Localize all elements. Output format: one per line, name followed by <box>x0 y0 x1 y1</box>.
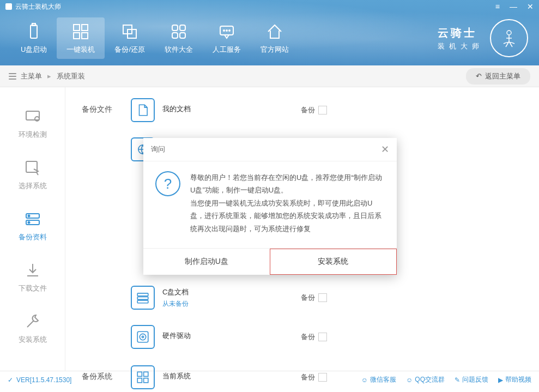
windows-icon <box>71 22 90 41</box>
breadcrumb-current: 系统重装 <box>57 71 85 81</box>
nav-usb-boot[interactable]: U盘启动 <box>11 17 57 59</box>
svg-rect-33 <box>137 378 142 383</box>
dialog-text-2: 当您使用一键装机无法成功安装系统时，即可使用此启动U盘，进行系统重装，能够增加您… <box>190 197 385 235</box>
nav-label: 软件大全 <box>165 45 193 55</box>
back-main-button[interactable]: ↶ 返回主菜单 <box>466 68 530 85</box>
svg-rect-2 <box>74 25 80 31</box>
checkbox[interactable] <box>318 106 327 114</box>
windows-icon <box>131 365 155 389</box>
svg-rect-0 <box>31 25 37 38</box>
disk-icon <box>131 325 155 349</box>
sidebar-item-backup-data[interactable]: 备份资料 <box>0 201 65 252</box>
list-icon <box>9 73 16 80</box>
section-files-label: 备份文件 <box>82 98 131 114</box>
wrench-icon <box>24 313 41 330</box>
drive-icon <box>131 286 155 310</box>
svg-point-22 <box>28 215 29 217</box>
nav-label: 官方网站 <box>261 45 289 55</box>
svg-point-29 <box>140 334 146 340</box>
breadcrumb: 主菜单 ▸ 系统重装 ↶ 返回主菜单 <box>0 65 539 87</box>
brand-sub: 装机大师 <box>438 41 483 51</box>
svg-rect-28 <box>137 331 148 342</box>
svg-rect-26 <box>137 297 148 299</box>
version[interactable]: ✓ VER[11.5.47.1530] <box>8 376 71 384</box>
svg-point-23 <box>28 222 29 224</box>
svg-rect-10 <box>172 33 178 38</box>
svg-point-14 <box>226 30 227 31</box>
nav-label: U盘启动 <box>21 45 47 55</box>
home-icon <box>265 22 284 41</box>
sidebar-item-download[interactable]: 下载文件 <box>0 252 65 303</box>
app-icon <box>5 3 12 10</box>
nav-one-click-install[interactable]: 一键装机 <box>57 17 105 59</box>
nav-website[interactable]: 官方网站 <box>251 17 299 59</box>
nav-support[interactable]: 人工服务 <box>203 17 251 59</box>
dialog-text-1: 尊敬的用户！若您当前存在空闲的U盘，推荐您使用“制作启动U盘”功能，制作一键启动… <box>190 171 385 197</box>
chevron-right-icon: ▸ <box>47 72 51 80</box>
close-icon[interactable]: ✕ <box>527 2 534 11</box>
dialog-title: 询问 <box>151 144 165 154</box>
apps-icon <box>169 22 189 41</box>
dialog-close-button[interactable]: ✕ <box>381 143 389 155</box>
backup-item-documents: 我的文档 备份 <box>131 98 327 122</box>
minimize-icon[interactable]: — <box>510 2 517 11</box>
svg-rect-4 <box>74 33 80 39</box>
confirm-dialog: 询问 ✕ ? 尊敬的用户！若您当前存在空闲的U盘，推荐您使用“制作启动U盘”功能… <box>143 138 397 275</box>
nav-software[interactable]: 软件大全 <box>155 17 203 59</box>
question-icon: ? <box>155 171 180 196</box>
nav-label: 一键装机 <box>66 45 95 55</box>
nav-label: 备份/还原 <box>114 45 145 55</box>
menu-icon[interactable]: ≡ <box>495 2 500 11</box>
document-icon <box>131 98 155 122</box>
svg-rect-34 <box>144 378 148 383</box>
nav-backup-restore[interactable]: 备份/还原 <box>105 17 155 59</box>
backup-item-current-system: 当前系统 备份 <box>131 365 327 389</box>
svg-rect-17 <box>26 111 39 120</box>
install-system-button[interactable]: 安装系统 <box>270 249 397 275</box>
download-icon <box>24 262 41 279</box>
checkbox[interactable] <box>318 373 327 382</box>
usb-icon <box>24 22 44 41</box>
chat-icon <box>217 22 237 41</box>
checkbox[interactable] <box>318 293 327 302</box>
server-icon <box>24 210 41 228</box>
undo-icon: ↶ <box>476 72 482 80</box>
backup-item-drivers: 硬件驱动 备份 <box>131 325 327 349</box>
svg-point-13 <box>223 30 225 31</box>
svg-rect-31 <box>137 372 142 376</box>
check-icon: ✓ <box>8 376 13 384</box>
brand-logo <box>490 19 528 57</box>
svg-rect-19 <box>26 161 37 172</box>
sidebar-item-select-system[interactable]: 选择系统 <box>0 149 65 201</box>
nav-label: 人工服务 <box>213 45 241 55</box>
monitor-gear-icon <box>24 108 41 125</box>
checkbox[interactable] <box>318 333 327 341</box>
section-system-label: 备份系统 <box>82 365 131 382</box>
svg-point-15 <box>229 30 230 31</box>
svg-rect-8 <box>172 25 178 31</box>
brand: 云骑士 装机大师 <box>438 19 528 57</box>
breadcrumb-root[interactable]: 主菜单 <box>21 71 42 81</box>
sidebar-item-env-check[interactable]: 环境检测 <box>0 98 65 149</box>
svg-rect-27 <box>137 300 148 303</box>
svg-rect-25 <box>137 293 148 296</box>
svg-rect-32 <box>144 372 148 376</box>
backup-item-cdrive: C盘文档从未备份 备份 <box>131 286 327 310</box>
make-usb-button[interactable]: 制作启动U盘 <box>143 249 270 275</box>
svg-point-16 <box>507 31 511 35</box>
svg-point-30 <box>142 336 143 337</box>
brand-name: 云骑士 <box>438 26 483 40</box>
cursor-icon <box>24 159 41 177</box>
sidebar-item-install[interactable]: 安装系统 <box>0 303 65 354</box>
app-title: 云骑士装机大师 <box>15 2 61 11</box>
svg-rect-9 <box>180 25 185 31</box>
copy-icon <box>120 22 140 41</box>
svg-rect-5 <box>82 33 88 39</box>
svg-rect-11 <box>180 33 185 38</box>
svg-rect-3 <box>82 25 88 31</box>
